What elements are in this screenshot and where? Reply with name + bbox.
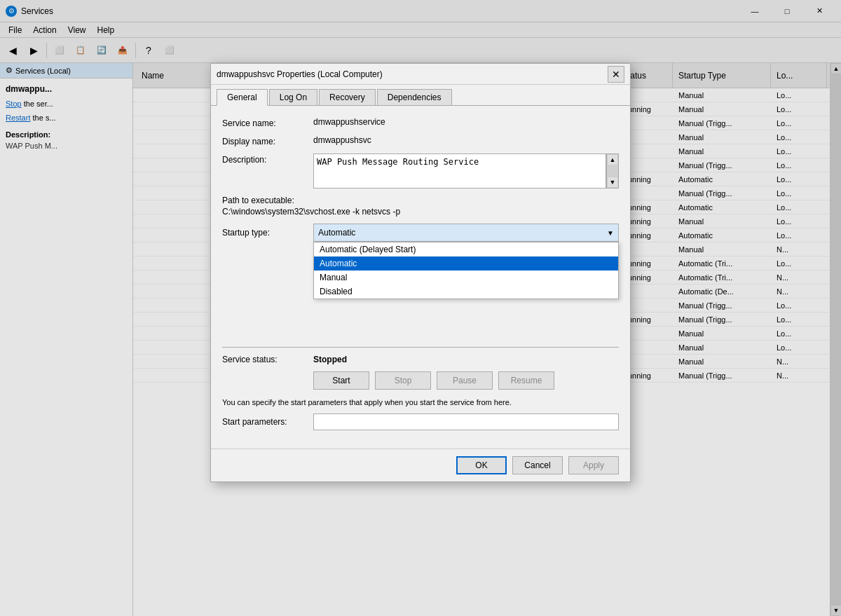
dialog-titlebar: dmwappushsvc Properties (Local Computer)… xyxy=(211,64,630,85)
desc-scroll-down[interactable]: ▼ xyxy=(607,177,618,188)
service-name-value: dmwappushservice xyxy=(313,117,619,127)
path-value: C:\windows\system32\svchost.exe -k netsv… xyxy=(222,207,619,217)
dialog-tabs: General Log On Recovery Dependencies xyxy=(211,85,630,106)
startup-type-label: Startup type: xyxy=(222,228,313,238)
display-name-label: Display name: xyxy=(222,135,313,146)
option-automatic[interactable]: Automatic xyxy=(314,256,618,271)
option-disabled[interactable]: Disabled xyxy=(314,285,618,299)
start-params-label: Start parameters: xyxy=(222,417,313,427)
dialog-close-button[interactable]: ✕ xyxy=(608,66,624,83)
service-status-label: Service status: xyxy=(222,355,313,364)
divider xyxy=(222,347,619,348)
stop-button[interactable]: Stop xyxy=(375,371,431,390)
display-name-value: dmwappushsvc xyxy=(313,135,619,145)
service-status-value: Stopped xyxy=(313,355,347,364)
description-label: Description: xyxy=(222,153,313,165)
description-textarea[interactable] xyxy=(313,153,606,189)
modal-overlay: dmwappushsvc Properties (Local Computer)… xyxy=(0,0,841,616)
startup-type-row: Startup type: Automatic ▼ Automatic (Del… xyxy=(222,224,619,242)
startup-selected-value: Automatic xyxy=(318,228,355,238)
service-status-row: Service status: Stopped xyxy=(222,355,619,364)
tab-logon[interactable]: Log On xyxy=(269,89,317,105)
dialog-title: dmwappushsvc Properties (Local Computer) xyxy=(217,69,608,79)
description-scrollbar: ▲ ▼ xyxy=(606,153,619,189)
dropdown-arrow-icon: ▼ xyxy=(607,229,614,237)
display-name-row: Display name: dmwappushsvc xyxy=(222,135,619,146)
ok-button[interactable]: OK xyxy=(456,456,507,474)
option-manual[interactable]: Manual xyxy=(314,271,618,285)
properties-dialog: dmwappushsvc Properties (Local Computer)… xyxy=(210,63,631,482)
description-box-wrapper: ▲ ▼ xyxy=(313,153,619,189)
tab-recovery[interactable]: Recovery xyxy=(319,89,376,105)
tab-dependencies[interactable]: Dependencies xyxy=(377,89,452,105)
cancel-button[interactable]: Cancel xyxy=(512,456,563,474)
startup-dropdown[interactable]: Automatic ▼ xyxy=(313,224,619,242)
apply-button[interactable]: Apply xyxy=(568,456,619,474)
path-row: Path to executable: C:\windows\system32\… xyxy=(222,196,619,217)
start-params-row: Start parameters: xyxy=(222,413,619,430)
hint-text: You can specify the start parameters tha… xyxy=(222,398,619,406)
tab-general[interactable]: General xyxy=(217,89,268,106)
service-name-row: Service name: dmwappushservice xyxy=(222,117,619,128)
pause-button[interactable]: Pause xyxy=(437,371,493,390)
option-auto-delayed[interactable]: Automatic (Delayed Start) xyxy=(314,242,618,256)
dialog-body: Service name: dmwappushservice Display n… xyxy=(211,106,630,449)
start-params-input[interactable] xyxy=(313,413,619,430)
path-label: Path to executable: xyxy=(222,196,619,205)
service-control-buttons: Start Stop Pause Resume xyxy=(222,371,619,390)
service-name-label: Service name: xyxy=(222,117,313,128)
resume-button[interactable]: Resume xyxy=(498,371,554,390)
desc-scroll-track xyxy=(607,165,618,177)
desc-scroll-up[interactable]: ▲ xyxy=(607,154,618,165)
dialog-footer: OK Cancel Apply xyxy=(211,449,630,481)
startup-dropdown-list: Automatic (Delayed Start) Automatic Manu… xyxy=(313,242,619,299)
start-button[interactable]: Start xyxy=(313,371,369,390)
startup-dropdown-container: Automatic ▼ Automatic (Delayed Start) Au… xyxy=(313,224,619,242)
description-row: Description: ▲ ▼ xyxy=(222,153,619,189)
